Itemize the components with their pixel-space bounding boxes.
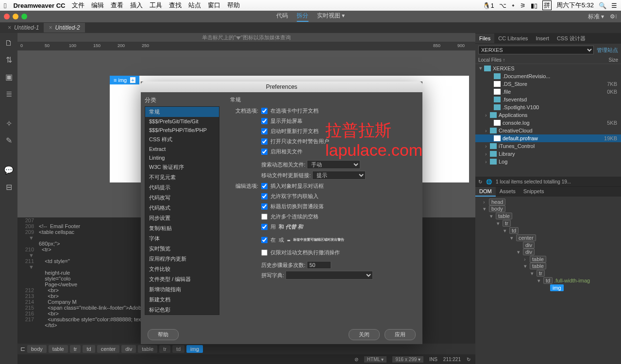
spell-dict-select[interactable] [285,271,373,280]
tool-file-icon[interactable]: 🗋 [5,39,13,48]
status-clock[interactable]: 周六下午5:32 [556,1,594,10]
category-item[interactable]: 代码改写 [145,193,219,203]
file-tree[interactable]: ▾XERXES.DocumentRevisio....DS_Store7KB.f… [475,64,621,177]
tab-css-designer[interactable]: CSS 设计器 [553,33,589,44]
tool-comment-icon[interactable]: 💬 [4,165,14,175]
category-item[interactable]: 常规 [145,107,219,117]
dom-node[interactable]: ▾tr [475,270,621,277]
tab-cc-libraries[interactable]: CC Libraries [494,33,532,43]
breadcrumb-img[interactable]: img [186,345,203,353]
fullscreen-window-icon[interactable] [21,14,27,19]
category-item[interactable]: 同步设置 [145,213,219,223]
menu-insert[interactable]: 插入 [130,1,143,10]
file-row[interactable]: .fseventsd [475,96,621,103]
view-live[interactable]: 实时视图 ▾ [317,12,345,22]
breadcrumb-handle-icon[interactable]: ⊏ [20,346,25,352]
dom-node[interactable]: ▾td [475,227,621,234]
app-name[interactable]: Dreamweaver CC [13,2,65,9]
category-list[interactable]: 常规$$$/PrefsGit/Title/Git$$$/PrefsPHP/Tit… [145,106,219,315]
menu-tools[interactable]: 工具 [150,1,162,10]
status-search-icon[interactable]: 🔍 [599,2,606,9]
col-name[interactable]: Local Files ↑ [478,57,609,63]
file-row[interactable]: ▾XERXES [475,64,621,72]
search-related-select[interactable]: 手动 [307,160,360,169]
close-window-icon[interactable] [4,14,10,19]
category-item[interactable]: 应用程序内更新 [145,254,219,264]
plus-icon[interactable]: + [130,77,135,83]
globe-icon[interactable]: 🌐 [486,179,492,184]
breadcrumb-body[interactable]: body [27,345,47,353]
pref-checkbox[interactable]: 在 或 - 标签中放置可编辑区域时发出警告 [261,233,416,246]
dom-node[interactable]: ▾table [475,213,621,220]
status-size[interactable]: 916 x 299 ▾ [392,356,423,363]
minimize-window-icon[interactable] [13,14,18,19]
dom-node[interactable]: img [475,284,621,291]
status-menu-icon[interactable]: ☰ [611,2,617,9]
refresh-icon[interactable]: ↻ [478,179,482,184]
dom-node[interactable]: ▾tr [475,220,621,227]
file-row[interactable]: console.log5KB [475,119,621,127]
menu-file[interactable]: 文件 [72,1,84,10]
breadcrumb-center[interactable]: center [97,345,120,353]
close-icon[interactable]: × [49,24,52,31]
view-code[interactable]: 代码 [276,12,288,22]
status-lang[interactable]: HTML ▾ [364,356,387,363]
category-item[interactable]: 文件类型 / 编辑器 [145,274,219,284]
category-item[interactable]: 不可见元素 [145,172,219,182]
dom-node[interactable]: ›table [475,256,621,263]
settings-icon[interactable]: ⚙⁝ [610,13,617,20]
history-steps-input[interactable] [307,261,331,269]
pref-checkbox[interactable]: 显示开始屏幕 [261,117,416,125]
dom-node[interactable]: ▾td .full-width-imag [475,277,621,284]
file-row[interactable]: .DS_Store7KB [475,80,621,88]
menu-edit[interactable]: 编辑 [91,1,104,10]
tab-untitled-2[interactable]: ×Untitled-2 [44,23,84,33]
tab-assets[interactable]: Assets [496,187,520,197]
pref-checkbox[interactable]: 标题后切换到普通段落 [261,203,416,210]
file-row[interactable]: ›Library [475,150,621,158]
tab-dom[interactable]: DOM [475,187,496,197]
tool-collapse-icon[interactable]: ⊟ [6,182,12,192]
breadcrumb-tr[interactable]: tr [159,345,170,353]
file-row[interactable]: .file0KB [475,88,621,96]
menu-window[interactable]: 窗口 [208,1,220,10]
file-row[interactable]: ›Applications [475,111,621,119]
workspace-standard[interactable]: 标准 ▾ [588,13,604,21]
tab-files[interactable]: Files [475,33,494,43]
file-row[interactable]: .DocumentRevisio... [475,72,621,80]
tool-brush-icon[interactable]: ✎ [6,136,12,145]
tool-indent-icon[interactable]: ≣ [6,89,12,99]
status-live-icon[interactable]: ↻ [467,357,470,362]
category-item[interactable]: $$$/PrefsPHP/Title/PHP [145,126,219,134]
status-wifi-icon[interactable]: ⚞ [520,2,526,9]
menu-help[interactable]: 帮助 [227,1,240,10]
close-icon[interactable]: × [8,24,11,31]
apply-button[interactable]: 应用 [385,329,416,340]
status-display-icon[interactable]: ⌥ [499,2,506,9]
category-item[interactable]: $$$/PrefsGit/Title/Git [145,117,219,126]
tab-snippets[interactable]: Snippets [520,187,548,197]
file-row[interactable]: default.profraw19KB [475,134,621,142]
status-user-icon[interactable]: 🐧1 [483,2,494,9]
dom-node[interactable]: ›head [475,199,621,205]
tool-inspect-icon[interactable]: ▣ [5,72,13,82]
dom-node[interactable]: ▾div [475,248,621,256]
file-row[interactable]: ›CreativeCloud [475,127,621,134]
file-row[interactable]: ›Log [475,158,621,165]
col-size[interactable]: Size [609,57,618,63]
category-item[interactable]: 文件比较 [145,264,219,274]
dom-node[interactable]: ▾center [475,234,621,242]
dom-node[interactable]: ▾body [475,205,621,213]
ruler[interactable]: 050100150200250850900 [17,42,475,50]
dom-tree[interactable]: ›head▾body▾table▾tr▾td▾centerdiv▾div›tab… [475,197,621,293]
status-bluetooth-icon[interactable]: ᛭ [511,2,515,9]
category-item[interactable]: Linting [145,153,219,162]
menu-site[interactable]: 站点 [188,1,201,10]
category-item[interactable]: 实时预览 [145,244,219,254]
element-selector-badge[interactable]: ≡ img + [110,76,139,84]
category-item[interactable]: 新建文档 [145,295,219,305]
breadcrumb-td[interactable]: td [83,345,95,353]
category-item[interactable]: 复制/粘贴 [145,223,219,233]
category-item[interactable]: Extract [145,145,219,153]
status-battery-icon[interactable]: ▮▯ [531,2,537,9]
